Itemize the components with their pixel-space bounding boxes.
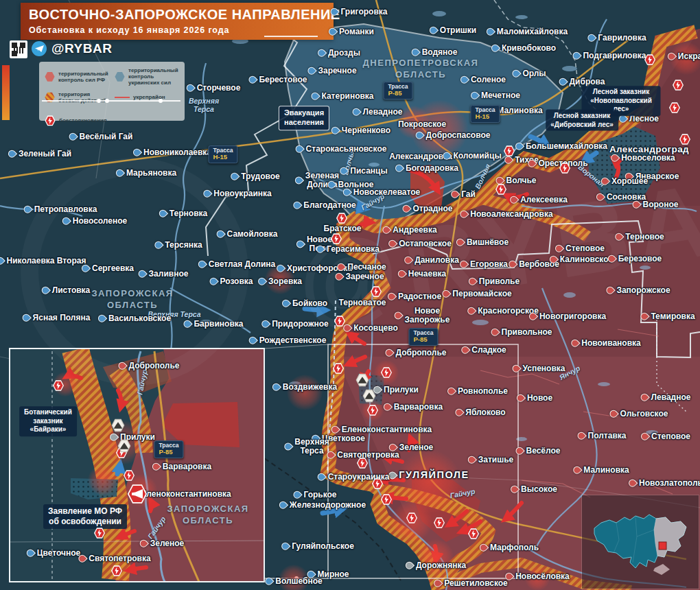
town-name: Новоалександровка bbox=[470, 210, 552, 219]
town-label: Радостное bbox=[388, 292, 441, 301]
map-pin-icon bbox=[404, 560, 415, 571]
map-pin-icon bbox=[336, 261, 347, 272]
map-pin-icon bbox=[281, 298, 292, 309]
map-pin-icon bbox=[450, 189, 460, 200]
town-name: Братское bbox=[324, 224, 362, 233]
map-pin-icon bbox=[40, 285, 51, 296]
map-pin-icon bbox=[572, 464, 583, 475]
town-name: Первомайское bbox=[452, 290, 511, 298]
town-name: Новосёловка bbox=[515, 572, 570, 581]
town-name: Писанцы bbox=[350, 167, 387, 176]
telegram-chip[interactable]: @RYBAR bbox=[32, 41, 112, 56]
map-pin-icon bbox=[325, 449, 336, 460]
town-name: Даниловка bbox=[415, 256, 459, 265]
town-name: Новониколаевка bbox=[143, 148, 211, 157]
fortline-icon bbox=[115, 97, 130, 98]
town-label: Заречное bbox=[307, 67, 356, 75]
town-label: Заливное bbox=[139, 270, 189, 279]
map-pin-icon bbox=[208, 276, 219, 287]
map-pin-icon bbox=[595, 191, 606, 202]
town-name: Еленоконстантиновка bbox=[342, 425, 432, 434]
town-name: Богодаровка bbox=[406, 164, 458, 173]
town-label: Новогригоровка bbox=[529, 312, 606, 321]
map-note: Лесной заказник «Дибровский лес» bbox=[546, 110, 618, 131]
town-name: Новоукраинка bbox=[213, 189, 271, 198]
map-pin-icon bbox=[138, 538, 149, 549]
map-pin-icon bbox=[414, 130, 425, 141]
map-pin-icon bbox=[153, 239, 164, 250]
town-label: Терновое bbox=[615, 233, 664, 241]
map-pin-icon bbox=[586, 32, 597, 43]
page-subtitle: Обстановка к исходу 16 января 2026 года bbox=[29, 25, 327, 35]
town-name: Диброва bbox=[570, 78, 605, 86]
map-pin-icon bbox=[22, 204, 33, 215]
town-label: Степовое bbox=[641, 432, 690, 441]
town-label: Вишнёвое bbox=[456, 238, 509, 247]
town-name: Зоревка bbox=[268, 277, 302, 286]
town-name: Запорожское bbox=[616, 286, 670, 295]
channel-handle: @RYBAR bbox=[51, 41, 112, 56]
town-label: Новоалександровка bbox=[460, 210, 552, 219]
map-note: Ботанический заказник «Байраки» bbox=[19, 406, 77, 436]
town-name: Дорожнянка bbox=[416, 561, 466, 570]
town-label: Придорожное bbox=[261, 320, 329, 329]
town-label: Орестополь bbox=[528, 159, 587, 168]
town-name: Кривобоково bbox=[502, 44, 556, 53]
town-label: Заречное bbox=[335, 272, 384, 281]
map-pin-icon bbox=[466, 305, 477, 316]
town-name: Зеленое bbox=[399, 443, 434, 452]
map-pin-icon bbox=[485, 26, 496, 37]
town-label: Гуляйпольское bbox=[281, 542, 354, 551]
town-name: Большемихайловка bbox=[526, 142, 607, 151]
town-label: Большемихайловка bbox=[515, 142, 607, 151]
town-label: Привольное bbox=[491, 328, 552, 337]
town-name: Малиновка bbox=[497, 106, 542, 115]
town-label: Терсянка bbox=[154, 241, 202, 250]
town-name: Привольное bbox=[502, 328, 552, 337]
town-name: Доброполье bbox=[128, 362, 179, 370]
map-pin-icon bbox=[278, 499, 289, 510]
clash-legend-icon bbox=[45, 115, 56, 126]
town-label: Терновка bbox=[159, 209, 207, 218]
town-name: Волчье bbox=[506, 176, 536, 185]
town-label: Новое bbox=[517, 394, 552, 403]
map-note: Эвакуация населения bbox=[279, 106, 329, 130]
town-label: Варваровка bbox=[384, 403, 443, 412]
town-label: Благодатное bbox=[293, 201, 355, 210]
town-label: Новоселовка bbox=[611, 154, 675, 163]
town-label: Водяное bbox=[412, 48, 458, 57]
town-name: Приволье bbox=[479, 277, 520, 286]
map-pin-icon bbox=[600, 176, 611, 187]
town-label: Цветочное bbox=[27, 549, 80, 558]
town-name: Терсянка bbox=[165, 241, 202, 250]
map-pin-icon bbox=[394, 163, 405, 174]
town-name: Заречное bbox=[318, 67, 356, 75]
map-pin-icon bbox=[608, 408, 619, 419]
current-area-marker bbox=[659, 542, 666, 550]
map-pin-icon bbox=[182, 318, 193, 329]
town-name: Бойково bbox=[292, 299, 327, 308]
town-label: Соленое bbox=[460, 75, 506, 84]
map-pin-icon bbox=[132, 147, 143, 158]
town-label: Покровское bbox=[398, 120, 446, 129]
map-pin-icon bbox=[294, 175, 305, 186]
town-label: Еленоконстантиновка bbox=[331, 425, 432, 434]
map-pin-icon bbox=[137, 268, 148, 279]
map-pin-icon bbox=[509, 194, 520, 205]
ukraine-east-occupied bbox=[654, 517, 686, 557]
town-name: Цветочное bbox=[37, 549, 80, 558]
town-label: Диброва bbox=[559, 78, 605, 86]
map-pin-icon bbox=[97, 313, 108, 324]
town-name: Полтавка bbox=[588, 432, 627, 440]
legend-item-combat: территория боевых действий bbox=[45, 91, 113, 104]
town-name: Отрадное bbox=[412, 204, 452, 213]
town-name: Мечетное bbox=[481, 91, 520, 100]
town-name: Ровнополье bbox=[458, 387, 508, 396]
map-pin-icon bbox=[631, 199, 642, 210]
town-label: Орлы bbox=[512, 69, 546, 78]
town-name: Степовое bbox=[565, 244, 605, 253]
map-pin-icon bbox=[158, 208, 169, 219]
town-label: Полтавка bbox=[578, 432, 627, 440]
map-pin-icon bbox=[441, 150, 452, 161]
town-name: Егоровка bbox=[470, 260, 508, 269]
